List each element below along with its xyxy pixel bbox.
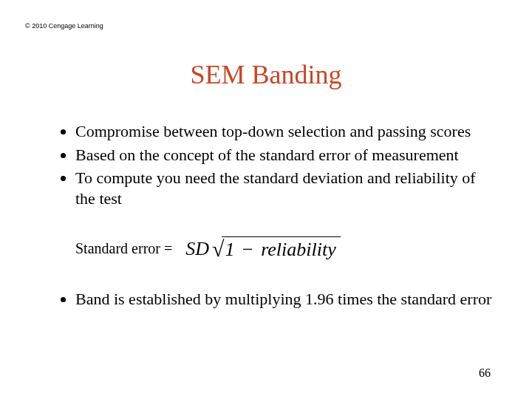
radicand-left: 1 [225,239,234,260]
radical-symbol: √ [212,238,224,262]
formula-row: Standard error = SD √ 1 − reliability [37,236,495,261]
bullet-list-top: Compromise between top-down selection an… [37,121,495,208]
list-item: Based on the concept of the standard err… [75,145,495,166]
page-number: 66 [479,366,491,380]
slide: © 2010 Cengage Learning SEM Banding Comp… [0,0,532,399]
copyright-text: © 2010 Cengage Learning [25,22,103,30]
formula-sd: SD [185,238,209,260]
radicand-op: − [239,239,256,260]
sqrt-icon: √ 1 − reliability [212,236,341,261]
formula-expression: SD √ 1 − reliability [185,236,341,261]
bullet-list-bottom: Band is established by multiplying 1.96 … [37,289,495,310]
formula-label: Standard error = [75,240,172,257]
radicand-right: reliability [261,239,336,260]
radicand: 1 − reliability [222,236,340,261]
list-item: Compromise between top-down selection an… [75,121,495,142]
list-item: To compute you need the standard deviati… [75,168,495,208]
list-item: Band is established by multiplying 1.96 … [75,289,495,310]
slide-title: SEM Banding [37,59,495,90]
